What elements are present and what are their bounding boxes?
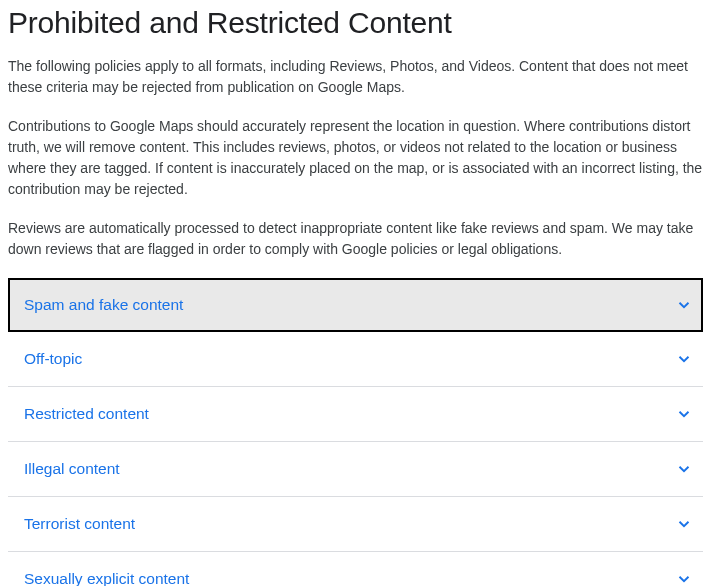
- accordion-item-restricted-content[interactable]: Restricted content: [8, 387, 703, 442]
- chevron-down-icon: [675, 296, 693, 314]
- accordion-item-label: Sexually explicit content: [24, 570, 189, 586]
- accordion-item-label: Off-topic: [24, 350, 82, 368]
- accordion-item-label: Restricted content: [24, 405, 149, 423]
- chevron-down-icon: [675, 405, 693, 423]
- intro-paragraph-3: Reviews are automatically processed to d…: [8, 218, 703, 260]
- accordion-item-label: Illegal content: [24, 460, 120, 478]
- accordion-item-illegal-content[interactable]: Illegal content: [8, 442, 703, 497]
- accordion-item-label: Spam and fake content: [24, 296, 183, 314]
- accordion-item-terrorist-content[interactable]: Terrorist content: [8, 497, 703, 552]
- accordion-item-label: Terrorist content: [24, 515, 135, 533]
- chevron-down-icon: [675, 515, 693, 533]
- page-heading: Prohibited and Restricted Content: [8, 6, 703, 40]
- chevron-down-icon: [675, 350, 693, 368]
- chevron-down-icon: [675, 460, 693, 478]
- intro-paragraph-1: The following policies apply to all form…: [8, 56, 703, 98]
- accordion-item-off-topic[interactable]: Off-topic: [8, 332, 703, 387]
- accordion-item-spam-fake-content[interactable]: Spam and fake content: [8, 278, 703, 332]
- intro-paragraph-2: Contributions to Google Maps should accu…: [8, 116, 703, 200]
- accordion-item-sexually-explicit-content[interactable]: Sexually explicit content: [8, 552, 703, 586]
- accordion-list: Spam and fake content Off-topic Restrict…: [8, 278, 703, 586]
- chevron-down-icon: [675, 570, 693, 586]
